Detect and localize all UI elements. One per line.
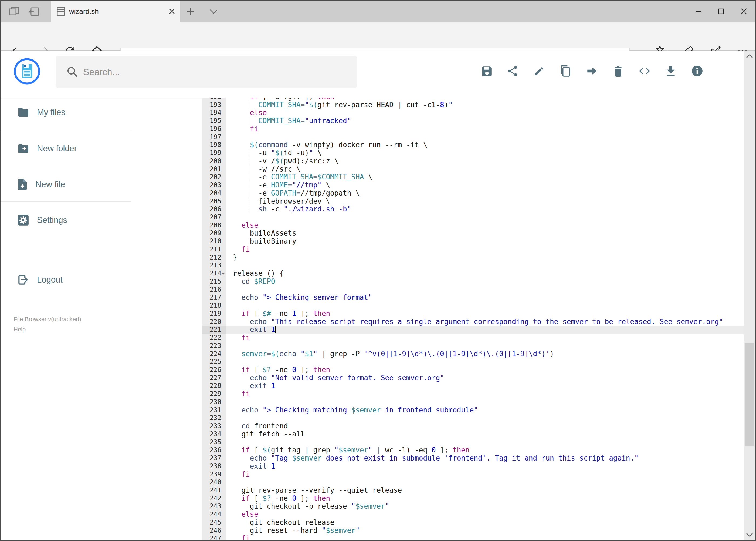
- line-number[interactable]: 245: [202, 519, 226, 527]
- line-number[interactable]: 229: [202, 390, 226, 398]
- move-button[interactable]: [586, 65, 598, 77]
- line-number[interactable]: 194: [202, 109, 226, 117]
- code-line[interactable]: 194 else: [202, 109, 744, 117]
- code-line[interactable]: 213: [202, 262, 744, 270]
- line-number[interactable]: 216: [202, 286, 226, 294]
- code-line[interactable]: 242 if [ $? -ne 0 ]; then: [202, 495, 744, 503]
- code-line[interactable]: 200 -v /$(pwd):/src:z \: [202, 157, 744, 165]
- line-number[interactable]: 210: [202, 238, 226, 246]
- line-number[interactable]: 242: [202, 495, 226, 503]
- line-number[interactable]: 196: [202, 125, 226, 133]
- code-line[interactable]: 238 exit 1: [202, 462, 744, 470]
- line-number[interactable]: 208: [202, 222, 226, 230]
- code-line[interactable]: 207: [202, 214, 744, 222]
- code-line[interactable]: 219 if [ $# -ne 1 ]; then: [202, 310, 744, 318]
- line-number[interactable]: 215: [202, 277, 226, 286]
- save-button[interactable]: [480, 65, 493, 77]
- code-line[interactable]: 226 if [ $? -ne 0 ]; then: [202, 366, 744, 374]
- line-number[interactable]: 193: [202, 101, 226, 109]
- line-number[interactable]: 230: [202, 398, 226, 406]
- code-line[interactable]: 209 buildAssets: [202, 229, 744, 238]
- line-number[interactable]: 217: [202, 293, 226, 302]
- line-number[interactable]: 202: [202, 173, 226, 181]
- line-number[interactable]: 214: [202, 270, 226, 277]
- code-line[interactable]: 232: [202, 414, 744, 422]
- page-scrollbar[interactable]: [744, 51, 755, 540]
- fold-toggle-icon[interactable]: [221, 272, 225, 275]
- line-number[interactable]: 206: [202, 205, 226, 214]
- delete-button[interactable]: [612, 65, 624, 77]
- code-line[interactable]: 202 -e COMMIT_SHA=$COMMIT_SHA \: [202, 173, 744, 181]
- copy-button[interactable]: [559, 65, 572, 77]
- code-line[interactable]: 244 else: [202, 510, 744, 519]
- code-line[interactable]: 224 semver=$(echo "$1" | grep -P '^v(0|[…: [202, 350, 744, 358]
- help-link[interactable]: Help: [14, 326, 26, 333]
- tab-wizard-sh[interactable]: wizard.sh: [51, 1, 180, 22]
- code-line[interactable]: 212}: [202, 254, 744, 262]
- code-line[interactable]: 208 else: [202, 222, 744, 230]
- line-number[interactable]: 228: [202, 382, 226, 390]
- share-button[interactable]: [507, 65, 519, 77]
- line-number[interactable]: 243: [202, 502, 226, 510]
- code-line[interactable]: 237 echo "Tag $semver does not exist in …: [202, 454, 744, 462]
- code-line[interactable]: 239 fi: [202, 470, 744, 479]
- code-line[interactable]: 216: [202, 286, 744, 294]
- tab-preview-button[interactable]: [8, 6, 20, 17]
- line-number[interactable]: 200: [202, 157, 226, 165]
- scroll-down-button[interactable]: [744, 529, 755, 540]
- code-line[interactable]: 229 fi: [202, 390, 744, 398]
- code-line[interactable]: 218: [202, 302, 744, 310]
- code-line[interactable]: 204 -e GOPATH=//tmp/gopath \: [202, 189, 744, 198]
- code-line[interactable]: 234 git fetch --all: [202, 430, 744, 438]
- line-number[interactable]: 237: [202, 454, 226, 462]
- line-number[interactable]: 224: [202, 350, 226, 358]
- line-number[interactable]: 225: [202, 358, 226, 366]
- code-line[interactable]: 210 buildBinary: [202, 238, 744, 246]
- search-bar[interactable]: Search...: [56, 56, 357, 88]
- line-number[interactable]: 240: [202, 478, 226, 486]
- code-line[interactable]: 214release () {: [202, 270, 744, 277]
- rename-button[interactable]: [533, 65, 546, 77]
- line-number[interactable]: 203: [202, 181, 226, 189]
- code-line[interactable]: 223: [202, 342, 744, 350]
- line-number[interactable]: 207: [202, 214, 226, 222]
- code-editor[interactable]: 192 if [ -d .git ]; then193 COMMIT_SHA="…: [202, 98, 744, 540]
- new-tab-button[interactable]: [186, 7, 195, 16]
- close-window-button[interactable]: [732, 1, 755, 22]
- line-number[interactable]: 195: [202, 117, 226, 125]
- code-line[interactable]: 222 fi: [202, 334, 744, 342]
- line-number[interactable]: 239: [202, 470, 226, 479]
- code-line[interactable]: 217 echo "> Checking semver format": [202, 293, 744, 302]
- code-line[interactable]: 197: [202, 133, 744, 141]
- line-number[interactable]: 211: [202, 246, 226, 254]
- code-line[interactable]: 193 COMMIT_SHA="$(git rev-parse HEAD | c…: [202, 101, 744, 109]
- line-number[interactable]: 247: [202, 535, 226, 540]
- code-line[interactable]: 196 fi: [202, 125, 744, 133]
- line-number[interactable]: 192: [202, 98, 226, 101]
- sidebar-item-my-files[interactable]: My files: [1, 105, 131, 120]
- line-number[interactable]: 221: [202, 326, 226, 334]
- line-number[interactable]: 204: [202, 189, 226, 198]
- minimize-button[interactable]: [687, 1, 710, 22]
- code-line[interactable]: 227 echo "Not valid semver format. See s…: [202, 374, 744, 382]
- code-view-button[interactable]: [638, 65, 651, 77]
- code-line[interactable]: 220 echo "This release script requires a…: [202, 318, 744, 326]
- code-line[interactable]: 246 git reset --hard "$semver": [202, 527, 744, 535]
- line-number[interactable]: 244: [202, 510, 226, 519]
- tab-list-chevron-icon[interactable]: [209, 9, 218, 14]
- line-number[interactable]: 213: [202, 262, 226, 270]
- code-line[interactable]: 241 git rev-parse --verify --quiet relea…: [202, 486, 744, 495]
- line-number[interactable]: 238: [202, 462, 226, 470]
- line-number[interactable]: 199: [202, 149, 226, 157]
- code-line[interactable]: 247 fi: [202, 535, 744, 540]
- line-number[interactable]: 218: [202, 302, 226, 310]
- line-number[interactable]: 241: [202, 486, 226, 495]
- line-number[interactable]: 222: [202, 334, 226, 342]
- scroll-up-button[interactable]: [744, 51, 755, 62]
- code-line[interactable]: 198 $(command -v winpty) docker run --rm…: [202, 141, 744, 149]
- code-line[interactable]: 201 -w //src \: [202, 165, 744, 174]
- code-line[interactable]: 211 fi: [202, 246, 744, 254]
- code-line[interactable]: 236 if [ $(git tag | grep "$semver" | wc…: [202, 446, 744, 454]
- code-line[interactable]: 245 git checkout release: [202, 519, 744, 527]
- code-line[interactable]: 225: [202, 358, 744, 366]
